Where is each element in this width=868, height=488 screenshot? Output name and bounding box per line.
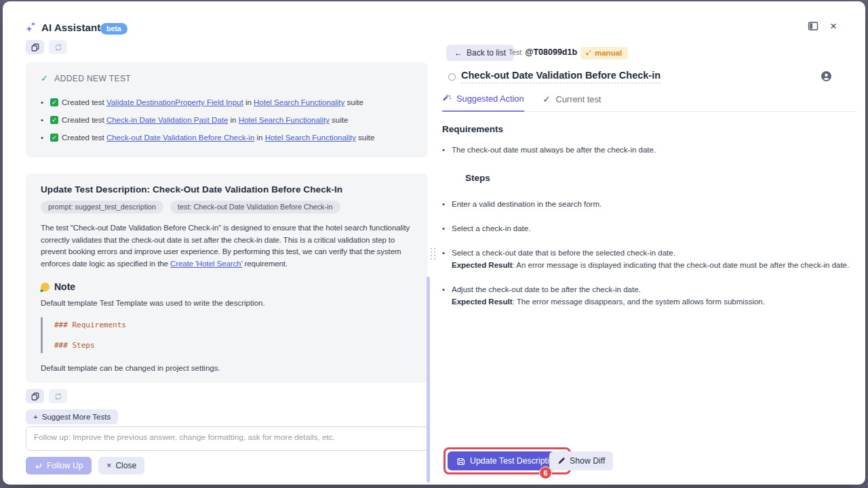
note-text: Default template Test Template was used … — [41, 299, 413, 307]
test-link[interactable]: Check-out Date Validation Before Check-i… — [106, 134, 254, 142]
magic-wand-icon — [442, 94, 451, 103]
x-icon: × — [106, 461, 111, 470]
message-toolbar-top — [26, 40, 67, 54]
test-label: Test — [509, 48, 521, 56]
split-panel-icon[interactable] — [808, 21, 818, 31]
note-title: Note — [54, 281, 75, 292]
copy-icon[interactable] — [26, 40, 44, 54]
card-title: Update Test Description: Check-Out Date … — [41, 184, 413, 195]
regenerate-icon[interactable] — [49, 389, 67, 403]
expected-result: Expected Result: An error message is dis… — [452, 260, 859, 270]
message-toolbar-bottom — [26, 389, 67, 403]
added-new-test-card: ✓ ADDED NEW TEST • ✓ Created test Valida… — [26, 62, 428, 157]
requirements-heading: Requirements — [442, 124, 859, 135]
sparkles-icon — [25, 21, 37, 33]
back-to-list-button[interactable]: ← Back to list — [446, 45, 514, 61]
code-line: ### Requirements — [54, 321, 413, 329]
test-title[interactable]: Check-out Date Validation Before Check-i… — [461, 70, 660, 83]
check-icon: ✓ — [543, 94, 551, 104]
step-item: • Select a check-out date that is before… — [442, 247, 859, 270]
steps-heading: Steps — [465, 173, 859, 184]
test-id: @T08099d1b — [525, 47, 577, 57]
suite-link[interactable]: Hotel Search Functionality — [254, 98, 344, 106]
suite-link[interactable]: Hotel Search Functionality — [239, 116, 330, 124]
list-item: • ✓ Created test Check-in Date Validatio… — [41, 115, 413, 125]
show-diff-button[interactable]: Show Diff — [549, 451, 613, 470]
checkbox-emoji-icon: ✓ — [50, 134, 58, 142]
step-item: • Enter a valid destination in the searc… — [442, 199, 859, 209]
plus-icon: + — [33, 413, 38, 421]
tab-suggested-action[interactable]: Suggested Action — [442, 94, 524, 112]
save-icon — [456, 457, 465, 466]
description-paragraph: The test "Check-out Date Validation Befo… — [41, 222, 413, 270]
success-check-icon: ✓ — [41, 73, 48, 83]
code-line: ### Steps — [54, 341, 413, 350]
regenerate-icon[interactable] — [49, 40, 67, 54]
requirement-item: • The check-out date must always be afte… — [442, 144, 859, 155]
test-link[interactable]: Check-in Date Validation Past Date — [106, 116, 228, 124]
list-item: • ✓ Created test Check-out Date Validati… — [41, 133, 413, 143]
sparkle-icon — [585, 49, 592, 57]
test-badge: test: Check-out Date Validation Before C… — [170, 201, 340, 214]
update-description-card: Update Test Description: Check-Out Date … — [26, 174, 428, 383]
note-text: Default template can be changed in proje… — [41, 364, 413, 372]
enter-icon — [35, 462, 42, 470]
arrow-left-icon: ← — [454, 48, 462, 58]
expected-result: Expected Result: The error message disap… — [452, 296, 859, 307]
manual-status-badge: manual — [580, 47, 628, 60]
checkbox-emoji-icon: ✓ — [50, 116, 58, 124]
step-item: • Select a check-in date. — [442, 223, 859, 234]
created-tests-list: • ✓ Created test Validate DestinationPro… — [41, 98, 413, 143]
annotation-number-badge: 6 — [539, 466, 552, 479]
close-icon[interactable]: × — [830, 20, 837, 32]
test-status-circle[interactable] — [448, 73, 456, 81]
followup-input[interactable] — [26, 426, 428, 451]
author-avatar-icon[interactable] — [821, 70, 832, 82]
close-button[interactable]: × Close — [98, 457, 144, 474]
page-title: AI Assistant — [41, 22, 100, 33]
left-panel-scrollbar[interactable] — [427, 277, 430, 483]
prompt-badge: prompt: suggest_test_description — [41, 201, 163, 214]
ai-assistant-modal: AI Assistant beta × ✓ ADDED NEW TEST • ✓… — [3, 1, 865, 485]
suggested-action-content: Requirements • The check-out date must a… — [442, 124, 859, 321]
requirement-link[interactable]: Create 'Hotel Search' — [170, 260, 242, 268]
detail-tabs: Suggested Action ✓ Current test — [442, 94, 857, 112]
follow-up-button[interactable]: Follow Up — [26, 457, 92, 474]
suite-link[interactable]: Hotel Search Functionality — [265, 134, 356, 142]
panel-resize-handle[interactable] — [431, 248, 435, 260]
suggest-more-tests-button[interactable]: + Suggest More Tests — [26, 409, 118, 424]
added-new-test-title: ADDED NEW TEST — [54, 74, 131, 83]
pencil-icon — [557, 457, 566, 465]
checkbox-emoji-icon: ✓ — [50, 98, 58, 106]
list-item: • ✓ Created test Validate DestinationPro… — [41, 98, 413, 108]
test-link[interactable]: Validate DestinationProperty Field Input — [106, 98, 243, 106]
step-item: • Adjust the check-out date to be after … — [442, 284, 859, 307]
beta-badge: beta — [100, 23, 127, 35]
template-blockquote: ### Requirements ### Steps — [41, 317, 413, 353]
chick-emoji-icon — [41, 283, 50, 291]
copy-icon[interactable] — [26, 389, 44, 403]
tab-current-test[interactable]: ✓ Current test — [543, 94, 601, 111]
